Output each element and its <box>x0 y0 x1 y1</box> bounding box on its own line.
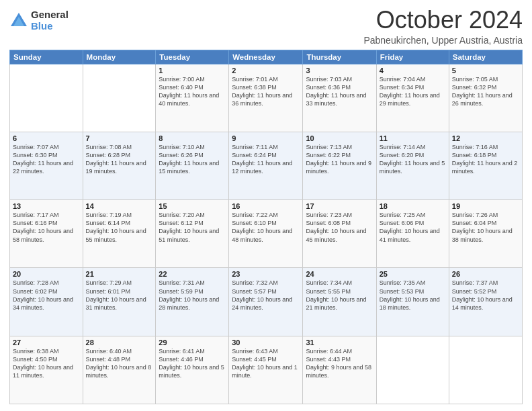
day-info: Sunrise: 7:03 AMSunset: 6:36 PMDaylight:… <box>306 75 373 108</box>
day-number: 26 <box>452 270 519 278</box>
day-number: 3 <box>306 66 373 75</box>
day-number: 1 <box>159 66 226 75</box>
day-number: 5 <box>452 66 519 75</box>
day-info: Sunrise: 7:22 AMSunset: 6:10 PMDaylight:… <box>232 211 300 244</box>
day-number: 30 <box>232 338 300 347</box>
calendar-cell: 26Sunrise: 7:37 AMSunset: 5:52 PMDayligh… <box>449 268 522 336</box>
weekday-header-saturday: Saturday <box>449 50 522 64</box>
day-number: 13 <box>13 202 80 210</box>
day-info: Sunrise: 7:26 AMSunset: 6:04 PMDaylight:… <box>452 211 519 244</box>
weekday-header-friday: Friday <box>376 50 449 64</box>
day-info: Sunrise: 7:20 AMSunset: 6:12 PMDaylight:… <box>159 211 226 244</box>
day-number: 23 <box>232 270 300 278</box>
location-title: Pabneukirchen, Upper Austria, Austria <box>363 35 523 46</box>
day-info: Sunrise: 7:07 AMSunset: 6:30 PMDaylight:… <box>13 143 80 176</box>
day-number: 31 <box>306 338 373 347</box>
day-number: 24 <box>306 270 373 278</box>
day-number: 11 <box>380 134 446 142</box>
day-info: Sunrise: 7:31 AMSunset: 5:59 PMDaylight:… <box>159 279 226 312</box>
day-number: 10 <box>306 134 373 142</box>
weekday-header-thursday: Thursday <box>303 50 376 64</box>
day-number: 2 <box>232 66 300 75</box>
day-number: 9 <box>232 134 300 142</box>
day-number: 14 <box>86 202 153 210</box>
day-info: Sunrise: 7:14 AMSunset: 6:20 PMDaylight:… <box>380 143 446 176</box>
day-number: 20 <box>13 270 80 278</box>
day-info: Sunrise: 7:10 AMSunset: 6:26 PMDaylight:… <box>159 143 226 176</box>
day-info: Sunrise: 7:25 AMSunset: 6:06 PMDaylight:… <box>380 211 446 244</box>
day-info: Sunrise: 7:11 AMSunset: 6:24 PMDaylight:… <box>232 143 300 176</box>
weekday-header-tuesday: Tuesday <box>156 50 229 64</box>
day-number: 27 <box>13 338 80 347</box>
day-number: 18 <box>380 202 446 210</box>
calendar-cell: 19Sunrise: 7:26 AMSunset: 6:04 PMDayligh… <box>449 200 522 268</box>
logo-general-text: General <box>31 9 69 21</box>
calendar-cell: 31Sunrise: 6:44 AMSunset: 4:43 PMDayligh… <box>303 336 376 404</box>
day-info: Sunrise: 7:29 AMSunset: 6:01 PMDaylight:… <box>86 279 153 312</box>
day-number: 4 <box>380 66 446 75</box>
day-info: Sunrise: 7:23 AMSunset: 6:08 PMDaylight:… <box>306 211 373 244</box>
day-info: Sunrise: 6:43 AMSunset: 4:45 PMDaylight:… <box>232 347 300 380</box>
calendar-cell: 8Sunrise: 7:10 AMSunset: 6:26 PMDaylight… <box>156 132 229 199</box>
day-number: 19 <box>452 202 519 210</box>
logo-blue-text: Blue <box>31 21 69 32</box>
calendar-cell: 6Sunrise: 7:07 AMSunset: 6:30 PMDaylight… <box>10 132 83 199</box>
calendar-cell: 20Sunrise: 7:28 AMSunset: 6:02 PMDayligh… <box>10 268 83 336</box>
week-row-4: 20Sunrise: 7:28 AMSunset: 6:02 PMDayligh… <box>10 268 523 336</box>
calendar-cell: 9Sunrise: 7:11 AMSunset: 6:24 PMDaylight… <box>229 132 303 199</box>
week-row-5: 27Sunrise: 6:38 AMSunset: 4:50 PMDayligh… <box>10 336 523 404</box>
day-number: 17 <box>306 202 373 210</box>
calendar-cell: 27Sunrise: 6:38 AMSunset: 4:50 PMDayligh… <box>10 336 83 404</box>
day-number: 6 <box>13 134 80 142</box>
day-info: Sunrise: 7:32 AMSunset: 5:57 PMDaylight:… <box>232 279 300 312</box>
page: General Blue October 2024 Pabneukirchen,… <box>0 0 532 411</box>
day-number: 25 <box>380 270 446 278</box>
day-info: Sunrise: 7:01 AMSunset: 6:38 PMDaylight:… <box>232 75 300 108</box>
calendar-cell: 4Sunrise: 7:04 AMSunset: 6:34 PMDaylight… <box>376 64 449 132</box>
logo-text: General Blue <box>31 9 69 32</box>
day-info: Sunrise: 6:38 AMSunset: 4:50 PMDaylight:… <box>13 347 80 380</box>
calendar-table: SundayMondayTuesdayWednesdayThursdayFrid… <box>9 50 523 404</box>
day-info: Sunrise: 7:34 AMSunset: 5:55 PMDaylight:… <box>306 279 373 312</box>
week-row-1: 1Sunrise: 7:00 AMSunset: 6:40 PMDaylight… <box>10 64 523 132</box>
calendar-cell: 28Sunrise: 6:40 AMSunset: 4:48 PMDayligh… <box>83 336 156 404</box>
calendar-cell: 18Sunrise: 7:25 AMSunset: 6:06 PMDayligh… <box>376 200 449 268</box>
calendar-cell: 7Sunrise: 7:08 AMSunset: 6:28 PMDaylight… <box>83 132 156 199</box>
day-info: Sunrise: 6:40 AMSunset: 4:48 PMDaylight:… <box>86 347 153 380</box>
day-info: Sunrise: 6:44 AMSunset: 4:43 PMDaylight:… <box>306 347 373 380</box>
day-number: 21 <box>86 270 153 278</box>
calendar-cell <box>376 336 449 404</box>
calendar-cell <box>449 336 522 404</box>
calendar-cell: 30Sunrise: 6:43 AMSunset: 4:45 PMDayligh… <box>229 336 303 404</box>
calendar-cell: 21Sunrise: 7:29 AMSunset: 6:01 PMDayligh… <box>83 268 156 336</box>
day-info: Sunrise: 7:37 AMSunset: 5:52 PMDaylight:… <box>452 279 519 312</box>
day-info: Sunrise: 7:28 AMSunset: 6:02 PMDaylight:… <box>13 279 80 312</box>
day-info: Sunrise: 7:16 AMSunset: 6:18 PMDaylight:… <box>452 143 519 176</box>
title-block: October 2024 Pabneukirchen, Upper Austri… <box>363 7 523 46</box>
calendar-cell: 29Sunrise: 6:41 AMSunset: 4:46 PMDayligh… <box>156 336 229 404</box>
calendar-cell: 11Sunrise: 7:14 AMSunset: 6:20 PMDayligh… <box>376 132 449 199</box>
day-info: Sunrise: 6:41 AMSunset: 4:46 PMDaylight:… <box>159 347 226 380</box>
day-info: Sunrise: 7:17 AMSunset: 6:16 PMDaylight:… <box>13 211 80 244</box>
day-number: 22 <box>159 270 226 278</box>
day-number: 28 <box>86 338 153 347</box>
month-title: October 2024 <box>363 7 523 34</box>
calendar-cell: 10Sunrise: 7:13 AMSunset: 6:22 PMDayligh… <box>303 132 376 199</box>
logo-icon <box>9 11 28 30</box>
day-info: Sunrise: 7:35 AMSunset: 5:53 PMDaylight:… <box>380 279 446 312</box>
calendar-body: 1Sunrise: 7:00 AMSunset: 6:40 PMDaylight… <box>10 64 523 404</box>
day-info: Sunrise: 7:04 AMSunset: 6:34 PMDaylight:… <box>380 75 446 108</box>
calendar-cell: 23Sunrise: 7:32 AMSunset: 5:57 PMDayligh… <box>229 268 303 336</box>
weekday-header-wednesday: Wednesday <box>229 50 303 64</box>
week-row-2: 6Sunrise: 7:07 AMSunset: 6:30 PMDaylight… <box>10 132 523 199</box>
calendar-cell: 24Sunrise: 7:34 AMSunset: 5:55 PMDayligh… <box>303 268 376 336</box>
calendar-cell: 16Sunrise: 7:22 AMSunset: 6:10 PMDayligh… <box>229 200 303 268</box>
day-number: 15 <box>159 202 226 210</box>
calendar-cell: 12Sunrise: 7:16 AMSunset: 6:18 PMDayligh… <box>449 132 522 199</box>
calendar-cell: 1Sunrise: 7:00 AMSunset: 6:40 PMDaylight… <box>156 64 229 132</box>
calendar-cell: 17Sunrise: 7:23 AMSunset: 6:08 PMDayligh… <box>303 200 376 268</box>
calendar-cell: 25Sunrise: 7:35 AMSunset: 5:53 PMDayligh… <box>376 268 449 336</box>
calendar-cell: 15Sunrise: 7:20 AMSunset: 6:12 PMDayligh… <box>156 200 229 268</box>
calendar-cell: 14Sunrise: 7:19 AMSunset: 6:14 PMDayligh… <box>83 200 156 268</box>
day-info: Sunrise: 7:00 AMSunset: 6:40 PMDaylight:… <box>159 75 226 108</box>
